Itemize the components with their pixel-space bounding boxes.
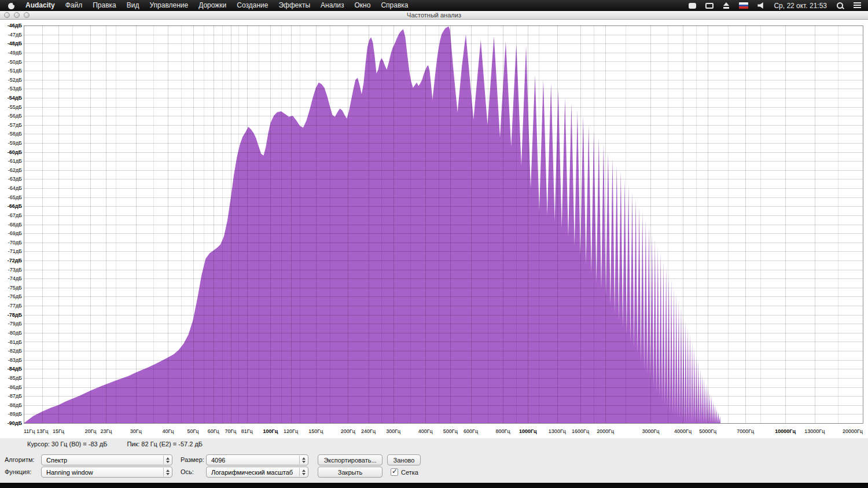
function-label: Функция: bbox=[5, 467, 31, 478]
size-label: Размер: bbox=[181, 454, 204, 465]
menu-item-2[interactable]: Правка bbox=[87, 0, 122, 11]
svg-text:1300Гц: 1300Гц bbox=[549, 428, 566, 434]
svg-text:-87дБ: -87дБ bbox=[8, 393, 22, 399]
size-select-value: 4096 bbox=[211, 457, 225, 464]
close-button[interactable]: Закрыть bbox=[318, 467, 382, 478]
menu-item-4[interactable]: Управление bbox=[144, 0, 193, 11]
menu-item-5[interactable]: Дорожки bbox=[193, 0, 231, 11]
svg-text:120Гц: 120Гц bbox=[284, 428, 298, 434]
svg-text:81Гц: 81Гц bbox=[241, 428, 253, 434]
svg-text:-75дБ: -75дБ bbox=[8, 285, 22, 291]
spotlight-icon[interactable] bbox=[836, 2, 844, 10]
svg-text:-51дБ: -51дБ bbox=[8, 68, 22, 74]
algorithm-select[interactable]: Спектр bbox=[41, 454, 172, 465]
axis-label: Ось: bbox=[181, 467, 194, 478]
svg-text:-80дБ: -80дБ bbox=[8, 330, 22, 336]
window-titlebar: Частотный анализ bbox=[0, 11, 868, 20]
svg-text:-53дБ: -53дБ bbox=[8, 86, 22, 91]
bottom-strip bbox=[0, 483, 868, 488]
svg-text:-58дБ: -58дБ bbox=[8, 131, 22, 137]
menubar-clock[interactable]: Ср, 22 окт. 21:53 bbox=[774, 2, 827, 10]
eject-icon[interactable] bbox=[723, 2, 730, 9]
size-select[interactable]: 4096 bbox=[206, 454, 308, 465]
svg-text:-61дБ: -61дБ bbox=[8, 158, 22, 164]
menu-item-7[interactable]: Эффекты bbox=[273, 0, 315, 11]
display-icon[interactable] bbox=[705, 3, 713, 9]
menu-item-10[interactable]: Справка bbox=[376, 0, 413, 11]
svg-text:-79дБ: -79дБ bbox=[8, 321, 22, 326]
stepper-icon bbox=[299, 468, 307, 476]
svg-text:600Гц: 600Гц bbox=[464, 428, 478, 434]
svg-text:-69дБ: -69дБ bbox=[8, 230, 22, 236]
function-select[interactable]: Hanning window bbox=[41, 467, 172, 478]
svg-text:-63дБ: -63дБ bbox=[8, 176, 22, 182]
svg-text:1000Гц: 1000Гц bbox=[519, 428, 537, 434]
messages-icon[interactable] bbox=[689, 3, 696, 9]
algorithm-select-value: Спектр bbox=[46, 457, 67, 464]
svg-text:5000Гц: 5000Гц bbox=[699, 428, 716, 434]
svg-text:-62дБ: -62дБ bbox=[8, 167, 22, 173]
svg-text:-77дБ: -77дБ bbox=[8, 303, 22, 309]
menu-items: AudacityФайлПравкаВидУправлениеДорожкиСо… bbox=[20, 0, 414, 11]
svg-text:400Гц: 400Гц bbox=[418, 428, 433, 434]
stepper-icon bbox=[299, 456, 307, 464]
frequency-plot[interactable]: -46дБ-47дБ-48дБ-49дБ-50дБ-51дБ-52дБ-53дБ… bbox=[0, 20, 868, 438]
export-button[interactable]: Экспортировать... bbox=[318, 454, 382, 465]
menu-item-6[interactable]: Создание bbox=[231, 0, 273, 11]
menu-item-3[interactable]: Вид bbox=[122, 0, 145, 11]
stepper-icon bbox=[163, 468, 171, 476]
svg-text:300Гц: 300Гц bbox=[386, 428, 400, 434]
svg-text:30Гц: 30Гц bbox=[130, 428, 142, 434]
svg-text:10000Гц: 10000Гц bbox=[775, 428, 796, 434]
menu-item-0[interactable]: Audacity bbox=[20, 0, 60, 11]
axis-select[interactable]: Логарифмический масштаб bbox=[206, 467, 308, 478]
svg-text:-47дБ: -47дБ bbox=[8, 32, 22, 38]
svg-text:-84дБ: -84дБ bbox=[8, 366, 23, 372]
svg-text:800Гц: 800Гц bbox=[496, 428, 510, 434]
svg-text:50Гц: 50Гц bbox=[187, 428, 198, 434]
svg-text:2000Гц: 2000Гц bbox=[597, 428, 614, 434]
notification-center-icon[interactable] bbox=[854, 2, 861, 9]
svg-text:70Гц: 70Гц bbox=[225, 428, 236, 434]
svg-text:-50дБ: -50дБ bbox=[8, 59, 22, 65]
menu-item-1[interactable]: Файл bbox=[60, 0, 88, 11]
svg-text:13Гц: 13Гц bbox=[36, 428, 48, 434]
svg-text:-66дБ: -66дБ bbox=[8, 203, 23, 209]
apple-icon bbox=[8, 2, 15, 9]
svg-text:-64дБ: -64дБ bbox=[8, 185, 22, 191]
svg-text:4000Гц: 4000Гц bbox=[674, 428, 692, 434]
checkbox-checked-icon[interactable] bbox=[391, 468, 398, 476]
svg-text:-90дБ: -90дБ bbox=[8, 420, 23, 426]
apple-menu[interactable] bbox=[3, 2, 20, 9]
svg-text:40Гц: 40Гц bbox=[162, 428, 174, 434]
svg-text:-82дБ: -82дБ bbox=[8, 348, 22, 354]
svg-text:-57дБ: -57дБ bbox=[8, 122, 22, 128]
svg-text:-54дБ: -54дБ bbox=[8, 95, 23, 101]
svg-text:200Гц: 200Гц bbox=[341, 428, 355, 434]
cursor-readout: Курсор: 30 Гц (B0) = -83 дБ bbox=[27, 441, 107, 447]
function-select-value: Hanning window bbox=[46, 469, 93, 476]
svg-text:20000Гц: 20000Гц bbox=[843, 428, 863, 434]
svg-text:240Гц: 240Гц bbox=[361, 428, 376, 434]
grid-checkbox[interactable]: Сетка bbox=[391, 467, 418, 478]
svg-text:11Гц: 11Гц bbox=[24, 428, 35, 434]
keyboard-layout-flag-icon[interactable] bbox=[739, 2, 748, 9]
svg-text:-60дБ: -60дБ bbox=[8, 149, 23, 155]
svg-text:1600Гц: 1600Гц bbox=[572, 428, 589, 434]
svg-text:-46дБ: -46дБ bbox=[8, 23, 23, 28]
volume-icon[interactable] bbox=[757, 2, 764, 9]
peak-readout: Пик: 82 Гц (E2) = -57.2 дБ bbox=[127, 441, 203, 447]
svg-text:-78дБ: -78дБ bbox=[8, 312, 23, 318]
svg-text:-59дБ: -59дБ bbox=[8, 140, 22, 146]
svg-text:-86дБ: -86дБ bbox=[8, 384, 22, 390]
svg-text:100Гц: 100Гц bbox=[263, 428, 278, 434]
redo-button[interactable]: Заново bbox=[387, 454, 421, 465]
svg-text:13000Гц: 13000Гц bbox=[804, 428, 825, 434]
svg-text:-73дБ: -73дБ bbox=[8, 267, 22, 273]
svg-text:150Гц: 150Гц bbox=[308, 428, 323, 434]
menu-item-9[interactable]: Окно bbox=[350, 0, 376, 11]
svg-text:-74дБ: -74дБ bbox=[8, 276, 22, 281]
menu-item-8[interactable]: Анализ bbox=[315, 0, 350, 11]
svg-text:-83дБ: -83дБ bbox=[8, 357, 22, 363]
svg-text:20Гц: 20Гц bbox=[84, 428, 96, 434]
